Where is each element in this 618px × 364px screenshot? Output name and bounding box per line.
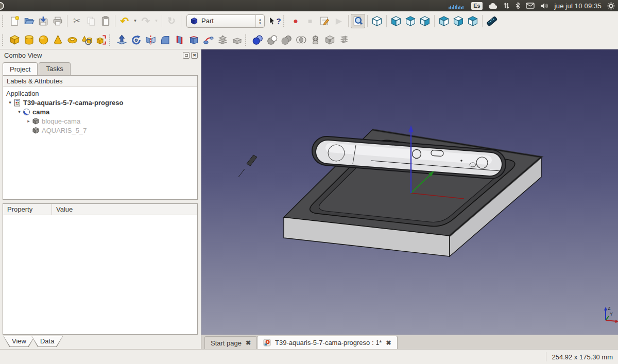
main-content: Combo View ✖ Project Tasks Labels & Attr… (0, 49, 618, 349)
tab-project[interactable]: Project (3, 62, 38, 76)
session-gear-icon[interactable] (607, 2, 615, 10)
tree-item-aquaris[interactable]: AQUARIS_5_7 (3, 126, 197, 135)
part-defeaturing-button[interactable] (322, 33, 337, 47)
part-fillet-button[interactable] (158, 33, 172, 47)
fit-all-icon (352, 15, 364, 27)
volume-icon[interactable] (540, 3, 549, 9)
3d-viewport[interactable]: Z Y X (201, 49, 618, 335)
system-monitor-icon[interactable] (448, 2, 466, 9)
keyboard-layout-indicator[interactable]: Es (471, 2, 482, 10)
question-icon: ? (276, 16, 281, 25)
tree-item-document[interactable]: ▾ T39-aquaris-5-7-cama-progreso (3, 98, 197, 107)
toolbar-grip[interactable] (2, 15, 5, 27)
toolbar-grip[interactable] (283, 15, 286, 27)
tab-tasks[interactable]: Tasks (39, 62, 70, 75)
part-shapebuilder-button[interactable] (94, 33, 108, 47)
part-sphere-button[interactable] (36, 33, 50, 47)
toolbar-grip[interactable] (2, 34, 5, 46)
part-crosssections-button[interactable] (215, 33, 230, 47)
expander-open-icon[interactable]: ▾ (7, 100, 13, 105)
print-button[interactable] (50, 14, 65, 28)
app-launcher-icon[interactable] (0, 2, 4, 10)
part-ruledsurface-button[interactable] (172, 33, 186, 47)
bluetooth-icon[interactable] (516, 2, 520, 9)
part-torus-button[interactable] (65, 33, 79, 47)
part-mirror-button[interactable] (143, 33, 158, 47)
tab-data[interactable]: Data (31, 336, 63, 347)
cut-button[interactable]: ✂ (70, 14, 84, 28)
part-primitives-button[interactable] (79, 33, 94, 47)
property-view-tabs: View Data (3, 336, 59, 347)
close-tab-icon[interactable]: ✖ (386, 339, 391, 346)
part-loft-button[interactable] (186, 33, 201, 47)
part-sweep-button[interactable] (201, 33, 215, 47)
paste-button[interactable] (98, 14, 113, 28)
redo-button[interactable]: ↷ (139, 14, 153, 28)
separator (115, 15, 115, 27)
separator (162, 15, 162, 27)
part-thickness-button[interactable] (230, 33, 244, 47)
macro-stop-button[interactable]: ■ (303, 14, 317, 28)
undo-button[interactable]: ↶ (117, 14, 132, 28)
whats-this-button[interactable]: ? (268, 14, 282, 28)
boolean-union-icon (281, 34, 293, 46)
fit-all-button[interactable] (351, 14, 365, 28)
new-file-button[interactable] (7, 14, 22, 28)
toolbar-grip[interactable] (245, 34, 248, 46)
tab-view[interactable]: View (3, 336, 35, 347)
part-revolve-button[interactable] (129, 33, 143, 47)
clock[interactable]: jue jul 10 09:35 (555, 2, 602, 10)
open-button[interactable] (22, 14, 36, 28)
measure-button[interactable] (485, 14, 499, 28)
mail-icon[interactable] (526, 3, 535, 9)
view-rear-button[interactable] (437, 14, 451, 28)
part-compound-button[interactable] (337, 33, 351, 47)
cloud-icon[interactable] (488, 3, 497, 9)
view-left-button[interactable] (466, 14, 480, 28)
float-panel-button[interactable] (183, 52, 190, 59)
view-front-button[interactable] (389, 14, 403, 28)
close-tab-icon[interactable]: ✖ (246, 339, 251, 346)
tab-start-page[interactable]: Start page ✖ (204, 336, 257, 349)
tree-item-application[interactable]: Application (3, 89, 197, 98)
view-right-button[interactable] (418, 14, 432, 28)
close-panel-button[interactable]: ✖ (191, 52, 198, 59)
tab-document[interactable]: T39-aquaris-5-7-cama-progreso : 1* ✖ (257, 336, 397, 349)
view-axonometric-button[interactable] (370, 14, 384, 28)
spinner-arrows-icon[interactable]: ▴▾ (255, 15, 264, 27)
boolean-icon (252, 34, 264, 46)
thickness-icon (231, 34, 243, 46)
part-box-button[interactable] (7, 33, 22, 47)
part-cut-button[interactable] (265, 33, 279, 47)
view-rear-icon (438, 15, 450, 27)
macro-edit-icon (319, 15, 330, 27)
copy-button[interactable] (84, 14, 98, 28)
part-boolean-button[interactable] (250, 33, 265, 47)
view-bottom-button[interactable] (451, 14, 466, 28)
part-cylinder-button[interactable] (22, 33, 36, 47)
part-union-button[interactable] (279, 33, 294, 47)
part-intersection-button[interactable] (294, 33, 308, 47)
toolbar-grip[interactable] (109, 34, 112, 46)
expander-closed-icon[interactable]: ▸ (26, 118, 31, 124)
macro-edit-button[interactable] (317, 14, 332, 28)
macro-record-button[interactable]: ● (288, 14, 303, 28)
expander-open-icon[interactable]: ▾ (16, 109, 22, 114)
part-checkgeometry-button[interactable] (308, 33, 322, 47)
save-button[interactable] (36, 14, 50, 28)
box-icon (9, 34, 21, 46)
tree-item-cama[interactable]: ▾ cama (3, 107, 197, 116)
workbench-selector[interactable]: Part ▴▾ (186, 14, 265, 28)
view-top-button[interactable] (403, 14, 418, 28)
part-extrude-button[interactable] (114, 33, 129, 47)
new-file-icon (9, 15, 20, 27)
refresh-button[interactable]: ↻ (164, 14, 179, 28)
tree-item-bloque-cama[interactable]: ▸ bloque-cama (3, 116, 197, 126)
sync-arrows-icon[interactable] (503, 2, 510, 9)
property-column-header[interactable]: Property (3, 204, 52, 215)
undo-dropdown[interactable]: ▾ (132, 14, 139, 28)
redo-dropdown[interactable]: ▾ (153, 14, 160, 28)
macro-play-button[interactable]: ▶ (332, 14, 346, 28)
part-cone-button[interactable] (50, 33, 65, 47)
value-column-header[interactable]: Value (52, 205, 73, 213)
